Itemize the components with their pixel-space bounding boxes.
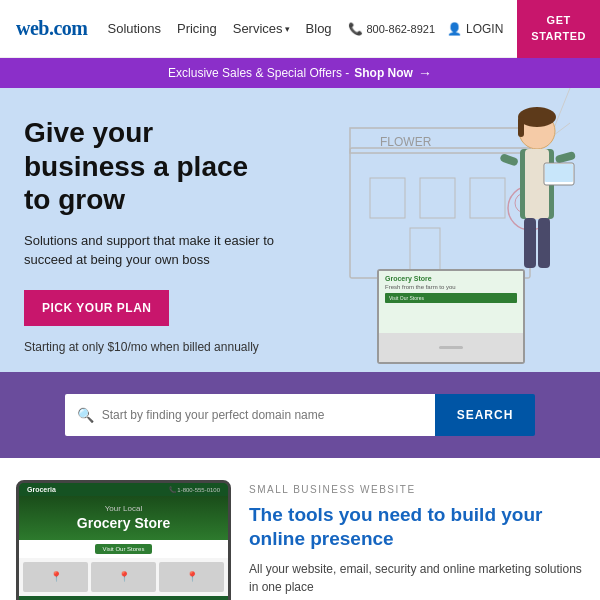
chevron-down-icon: ▾ [285,24,290,34]
laptop-mockup: Grocery Store Fresh from the farm to you… [377,269,525,364]
services-nav-link[interactable]: Services ▾ [233,21,290,36]
svg-rect-3 [370,178,405,218]
shop-now-link[interactable]: Shop Now [354,66,413,80]
solutions-nav-link[interactable]: Solutions [107,21,160,36]
small-business-content: SMALL BUSINESS WEBSITE The tools you nee… [249,480,584,597]
arrow-icon: → [418,65,432,81]
nav-links: Solutions Pricing Services ▾ Blog [107,21,347,36]
map-block-2: 📍 [91,562,156,592]
laptop-tagline: Fresh from the farm to you [385,284,517,290]
svg-rect-21 [545,164,573,182]
domain-search-input[interactable] [102,408,423,422]
tablet-map-area: 📍 📍 📍 [19,558,228,596]
tablet-mockup: Groceria 📞 1-800-555-0100 Your Local Gro… [16,480,231,600]
login-link[interactable]: 👤 LOGIN [447,22,503,36]
domain-search-button[interactable]: SEARCH [435,394,536,436]
hero-content: Give your business a place to grow Solut… [24,116,279,354]
hero-heading: Give your business a place to grow [24,116,279,217]
small-business-section: Groceria 📞 1-800-555-0100 Your Local Gro… [0,458,600,600]
map-pin-icon: 📍 [50,571,62,582]
svg-rect-23 [538,218,550,268]
svg-rect-4 [420,178,455,218]
laptop-base [379,333,523,362]
tablet-store-name: Grocery Store [27,515,220,532]
pricing-nav-link[interactable]: Pricing [177,21,217,36]
map-pin-icon-3: 📍 [186,571,198,582]
hero-section: Give your business a place to grow Solut… [0,88,600,372]
svg-text:FLOWER: FLOWER [380,135,432,149]
tablet-store-subtitle: Your Local [27,504,220,513]
tablet-phone-number: 📞 1-800-555-0100 [169,486,220,493]
hero-subtext: Solutions and support that make it easie… [24,231,279,270]
blog-nav-link[interactable]: Blog [306,21,332,36]
section-description: All your website, email, security and on… [249,560,584,596]
map-pin-icon-2: 📍 [118,571,130,582]
map-block-1: 📍 [23,562,88,592]
tablet-visit-btn: Visit Our Stores [95,544,153,554]
svg-rect-18 [499,153,519,167]
tablet-hero-area: Your Local Grocery Store [19,496,228,540]
promo-banner: Exclusive Sales & Special Offers - Shop … [0,58,600,88]
hero-illustration: FLOWER [290,88,600,372]
pick-plan-button[interactable]: PICK YOUR PLAN [24,290,169,326]
svg-rect-19 [555,151,576,164]
logo[interactable]: web.com [16,17,87,40]
phone-nav[interactable]: 📞 800-862-8921 [348,22,436,36]
laptop-site-name: Grocery Store [385,275,517,282]
get-started-button[interactable]: GET STARTED [517,0,600,58]
tablet-top-bar: Groceria 📞 1-800-555-0100 [19,483,228,496]
tablet-cta-row: Visit Our Stores [19,540,228,558]
svg-rect-15 [518,117,524,137]
tablet-logo: Groceria [27,486,56,493]
search-icon: 🔍 [77,407,94,423]
phone-icon: 📞 [348,22,363,36]
section-label: SMALL BUSINESS WEBSITE [249,484,584,495]
starting-price-text: Starting at only $10/mo when billed annu… [24,340,279,354]
promo-text: Exclusive Sales & Special Offers - [168,66,349,80]
domain-search-section: 🔍 SEARCH [0,372,600,458]
laptop-screen: Grocery Store Fresh from the farm to you… [379,271,523,333]
domain-input-wrapper: 🔍 [65,394,435,436]
navbar: web.com Solutions Pricing Services ▾ Blo… [0,0,600,58]
laptop-visit-btn: Visit Our Stores [385,293,517,303]
user-icon: 👤 [447,22,462,36]
svg-rect-22 [524,218,536,268]
section-heading: The tools you need to build your online … [249,503,584,551]
map-block-3: 📍 [159,562,224,592]
